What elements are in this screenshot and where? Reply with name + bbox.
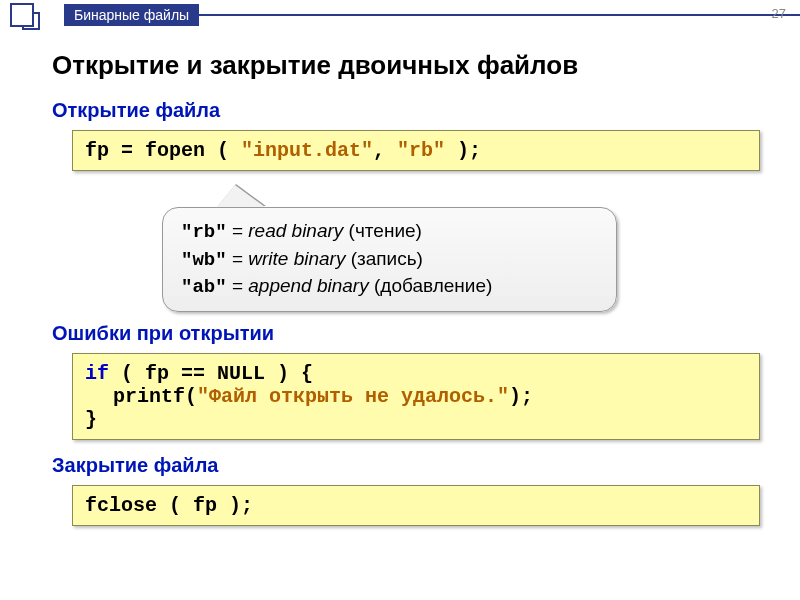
mode-meaning: read binary (248, 220, 343, 241)
code-errors: if ( fp == NULL ) { printf("Файл открыть… (72, 353, 760, 440)
code-string: "rb" (397, 139, 445, 162)
mode-ru: (запись) (345, 248, 423, 269)
slide-header: Бинарные файлы (0, 0, 800, 30)
code-open: fp = fopen ( "input.dat", "rb" ); (72, 130, 760, 171)
modes-callout: "rb" = read binary (чтение) "wb" = write… (162, 185, 617, 312)
section-errors-heading: Ошибки при открытии (52, 322, 760, 345)
mode-wb: "wb" = write binary (запись) (181, 246, 598, 274)
section-close-heading: Закрытие файла (52, 454, 760, 477)
page-number: 27 (772, 6, 786, 21)
code-text: ( fp == NULL ) { (109, 362, 313, 385)
section-open-heading: Открытие файла (52, 99, 760, 122)
callout-tail-icon (217, 185, 265, 207)
code-string: "Файл открыть не удалось." (197, 385, 509, 408)
mode-ab: "ab" = append binary (добавление) (181, 273, 598, 301)
code-text: } (85, 408, 97, 431)
mode-ru: (добавление) (369, 275, 493, 296)
code-text: fp = fopen ( (85, 139, 241, 162)
code-text: , (373, 139, 397, 162)
code-string: "input.dat" (241, 139, 373, 162)
breadcrumb: Бинарные файлы (64, 4, 199, 26)
header-rule (199, 14, 800, 16)
mode-eq: = (227, 275, 249, 296)
mode-code: "ab" (181, 276, 227, 298)
code-close: fclose ( fp ); (72, 485, 760, 526)
mode-meaning: append binary (248, 275, 368, 296)
mode-meaning: write binary (248, 248, 345, 269)
page-title: Открытие и закрытие двоичных файлов (52, 50, 760, 81)
mode-code: "rb" (181, 221, 227, 243)
mode-eq: = (227, 220, 249, 241)
code-text: printf( (113, 385, 197, 408)
code-keyword: if (85, 362, 109, 385)
mode-code: "wb" (181, 249, 227, 271)
mode-ru: (чтение) (343, 220, 422, 241)
code-text: ); (509, 385, 533, 408)
logo-square-icon (10, 3, 34, 27)
code-text: ); (445, 139, 481, 162)
mode-eq: = (227, 248, 249, 269)
mode-rb: "rb" = read binary (чтение) (181, 218, 598, 246)
